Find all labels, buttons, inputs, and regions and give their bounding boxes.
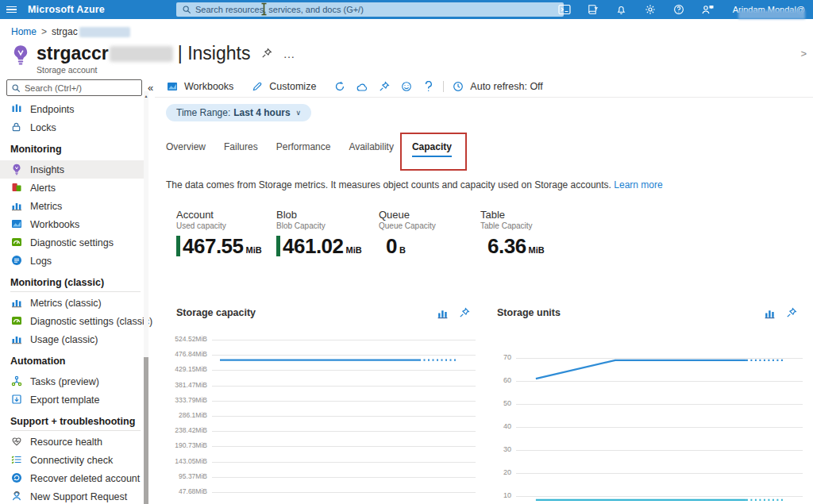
metric-subtitle: Queue Capacity: [379, 221, 479, 230]
global-search-input[interactable]: [195, 5, 558, 14]
notifications-bell-icon[interactable]: [615, 3, 628, 16]
metric-card-table: TableTable Capacity6.36MiB: [480, 209, 580, 257]
info-banner-text: The data comes from Storage metrics. It …: [166, 179, 611, 190]
divider: [155, 97, 813, 98]
open-chart-icon[interactable]: [437, 307, 449, 319]
feedback-person-icon[interactable]: [701, 3, 714, 16]
sidebar-item-label: Recover deleted account: [30, 473, 140, 484]
time-range-picker[interactable]: Time Range: Last 4 hours ∨: [166, 104, 311, 121]
storage-capacity-chart: Storage capacity524.52MiB476.84MiB429.15…: [166, 304, 476, 504]
text-cursor-icon: [260, 2, 268, 19]
tab-availability[interactable]: Availability: [344, 137, 398, 160]
scrollbar-thumb[interactable]: [144, 357, 148, 504]
workbooks-button[interactable]: Workbooks: [166, 80, 233, 93]
sidebar-section-monitoring: Monitoring: [10, 140, 141, 159]
toolbar-divider: [443, 81, 444, 92]
pin-blade-icon[interactable]: [261, 48, 273, 60]
insights-bulb-icon: [11, 164, 23, 175]
sidebar-item-insights[interactable]: Insights: [0, 160, 148, 179]
cloud-shell-icon[interactable]: [558, 3, 571, 16]
sidebar-item-label: Tasks (preview): [30, 376, 99, 387]
tab-failures[interactable]: Failures: [219, 137, 263, 160]
sidebar-item-connectivity-check[interactable]: Connectivity check: [0, 451, 148, 469]
sidebar-item-label: Diagnostic settings (classic): [30, 316, 152, 327]
open-chart-icon[interactable]: [764, 307, 776, 319]
sidebar-item-recover-deleted-account[interactable]: Recover deleted account: [0, 469, 148, 487]
sidebar-item-resource-health[interactable]: Resource health: [0, 433, 148, 451]
settings-gear-icon[interactable]: [644, 3, 657, 16]
sidebar-item-tasks-preview[interactable]: Tasks (preview): [0, 372, 148, 391]
metric-value: 461.02: [283, 235, 344, 257]
learn-more-link[interactable]: Learn more: [614, 179, 662, 190]
breadcrumb-home-link[interactable]: Home: [11, 26, 37, 37]
sidebar-item-endpoints[interactable]: Endpoints: [0, 100, 148, 118]
y-axis-tick-label: 40: [494, 422, 511, 430]
azure-brand-link[interactable]: Microsoft Azure: [28, 4, 105, 15]
scroll-up-icon[interactable]: ▲: [144, 94, 148, 98]
y-axis-tick-label: 238.42MiB: [166, 426, 207, 434]
redaction-blur: [110, 46, 173, 62]
pin-chart-icon[interactable]: [459, 307, 471, 319]
tab-overview[interactable]: Overview: [161, 137, 210, 160]
expand-right-icon[interactable]: >: [800, 48, 807, 60]
resource-menu: « EndpointsLocksMonitoringInsightsAlerts…: [0, 75, 148, 504]
sidebar-scrollbar[interactable]: ▲: [144, 91, 148, 504]
sidebar-item-metrics-classic[interactable]: Metrics (classic): [0, 294, 148, 312]
sidebar-item-diagnostic-settings-classic[interactable]: Diagnostic settings (classic): [0, 312, 148, 330]
metric-unit: MiB: [529, 245, 545, 255]
y-axis-tick-label: 476.84MiB: [166, 350, 207, 358]
pencil-icon: [251, 80, 264, 93]
insights-bulb-icon: [11, 44, 30, 67]
menu-search-input[interactable]: [25, 83, 137, 93]
sidebar-item-metrics[interactable]: Metrics: [0, 197, 148, 215]
metric-card-blob: BlobBlob Capacity461.02MiB: [276, 209, 376, 257]
collapse-menu-icon[interactable]: «: [148, 83, 153, 93]
lock-icon: [11, 121, 23, 133]
hamburger-menu-icon[interactable]: [6, 6, 17, 13]
sidebar-item-alerts[interactable]: Alerts: [0, 179, 148, 197]
auto-refresh-button[interactable]: Auto refresh: Off: [452, 80, 542, 93]
metric-value: 467.55: [183, 235, 244, 257]
menu-search[interactable]: [6, 79, 142, 96]
breadcrumb: Home > strgac: [11, 26, 130, 37]
workbooks-icon: [11, 218, 23, 230]
directory-filter-icon[interactable]: [587, 3, 599, 16]
global-search[interactable]: [176, 2, 564, 17]
y-axis-tick-label: 70: [494, 353, 511, 361]
sidebar-item-diagnostic-settings[interactable]: Diagnostic settings: [0, 233, 148, 252]
export-template-icon: [11, 394, 23, 406]
refresh-icon[interactable]: [333, 80, 346, 93]
pin-chart-icon[interactable]: [786, 307, 798, 319]
sidebar-item-locks[interactable]: Locks: [0, 118, 148, 137]
metric-card-account: AccountUsed capacity467.55MiB: [176, 209, 276, 257]
smiley-feedback-icon[interactable]: [400, 80, 413, 93]
metric-cards: AccountUsed capacity467.55MiBBlobBlob Ca…: [155, 209, 813, 266]
sidebar-item-export-template[interactable]: Export template: [0, 391, 148, 409]
sidebar-item-usage-classic[interactable]: Usage (classic): [0, 330, 148, 348]
breadcrumb-current[interactable]: strgac: [52, 26, 78, 37]
pin-icon[interactable]: [378, 80, 391, 93]
sidebar-item-label: Metrics (classic): [30, 298, 102, 309]
support-request-icon: [11, 491, 23, 502]
y-axis-tick-label: 143.05MiB: [166, 457, 207, 465]
azure-portal-window: Microsoft Azure Arindam.Mondal@ Home > s…: [0, 0, 813, 504]
tab-performance[interactable]: Performance: [272, 137, 336, 160]
chart-title: Storage capacity: [166, 307, 437, 318]
sidebar-item-workbooks[interactable]: Workbooks: [0, 215, 148, 233]
insights-content: Workbooks Customize Auto refresh: Off: [155, 75, 813, 504]
sidebar-item-label: Locks: [30, 122, 56, 133]
y-axis-tick-label: 524.52MiB: [166, 335, 207, 343]
info-banner: The data comes from Storage metrics. It …: [166, 179, 663, 190]
metric-title: Queue: [379, 209, 479, 221]
help-question-icon[interactable]: [672, 3, 685, 16]
sidebar-item-logs[interactable]: Logs: [0, 252, 148, 270]
customize-button[interactable]: Customize: [251, 80, 316, 93]
more-options-icon[interactable]: …: [283, 51, 295, 57]
sidebar-item-new-support-request[interactable]: New Support Request: [0, 487, 148, 504]
y-axis-tick-label: 60: [494, 376, 511, 384]
recover-icon: [11, 472, 23, 484]
y-axis-tick-label: 47.68MiB: [166, 487, 207, 495]
tab-capacity[interactable]: Capacity: [407, 137, 457, 160]
feedback-cloud-icon[interactable]: [356, 80, 368, 93]
help-icon[interactable]: [422, 80, 435, 93]
